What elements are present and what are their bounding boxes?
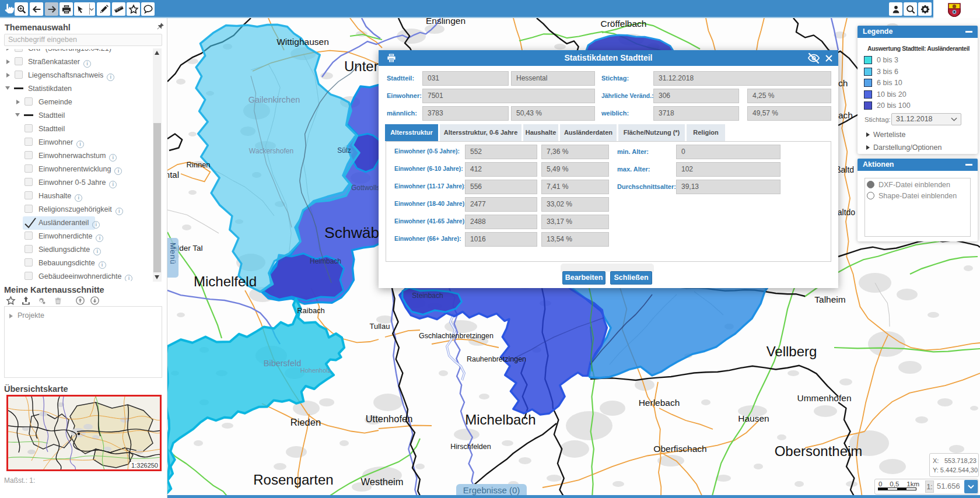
svg-text:Rauhenbretzingen: Rauhenbretzingen [467, 355, 526, 363]
svg-text:Cröffelbach: Cröffelbach [601, 19, 647, 29]
svg-text:Gailenkirchen: Gailenkirchen [249, 95, 300, 104]
svg-text:ach: ach [838, 110, 853, 120]
svg-text:Ummenhofen: Ummenhofen [797, 393, 851, 403]
svg-text:Hausen: Hausen [738, 413, 769, 423]
svg-text:Herlebach: Herlebach [639, 398, 680, 408]
svg-text:Sülz: Sülz [337, 146, 351, 155]
svg-text:Steinbach: Steinbach [412, 292, 443, 300]
svg-text:Hohenholz: Hohenholz [300, 367, 331, 374]
svg-text:ch: ch [838, 78, 848, 88]
svg-text:Schwäb: Schwäb [324, 224, 379, 241]
svg-text:Oberfischach: Oberfischach [653, 444, 706, 454]
svg-text:Gschlachtenbretzingen: Gschlachtenbretzingen [419, 332, 494, 340]
svg-text:Rosengarten: Rosengarten [253, 472, 333, 488]
svg-text:Uttenhofen: Uttenhofen [366, 413, 413, 424]
svg-text:Talheim: Talheim [814, 294, 845, 304]
svg-text:Tullau: Tullau [370, 322, 390, 331]
svg-text:Westheim: Westheim [360, 476, 403, 487]
svg-text:Michelbach: Michelbach [465, 412, 536, 427]
svg-text:Hirschfelden: Hirschfelden [450, 443, 491, 451]
svg-text:Raibach: Raibach [297, 306, 325, 315]
svg-text:Bibersfeld: Bibersfeld [264, 359, 301, 368]
svg-text:Rinnen: Rinnen [186, 160, 210, 169]
svg-text:Heimbach: Heimbach [310, 257, 341, 265]
svg-text:Rieden: Rieden [290, 417, 321, 427]
svg-text:ental: ental [167, 170, 179, 180]
svg-text:Enslingen: Enslingen [426, 18, 466, 26]
svg-text:ßaltd: ßaltd [836, 165, 854, 174]
svg-text:Obersontheim: Obersontheim [775, 443, 863, 459]
svg-text:Vellberg: Vellberg [766, 343, 817, 359]
svg-text:Michelfeld: Michelfeld [194, 273, 257, 289]
svg-text:Wackershofen: Wackershofen [249, 147, 293, 155]
svg-text:Wittighausen: Wittighausen [276, 37, 329, 47]
